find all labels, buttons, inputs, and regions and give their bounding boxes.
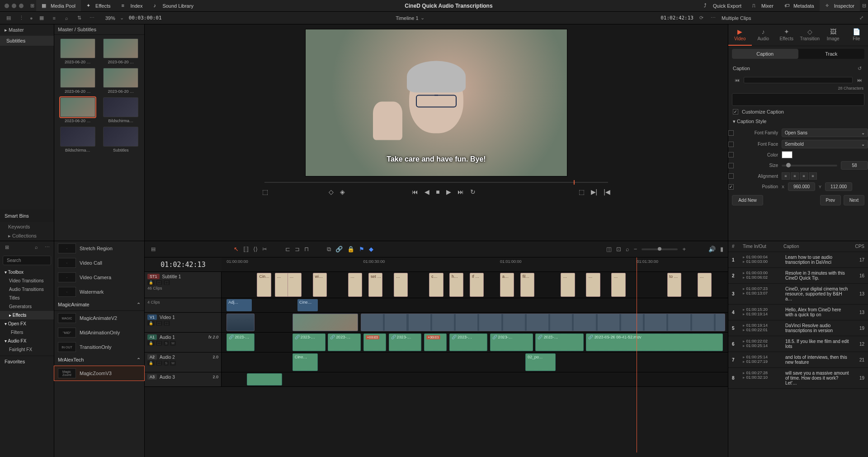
caption-row[interactable]: 301:00:07:2301:00:13:07CineD, your digit… (728, 284, 868, 305)
inspector-tab-video[interactable]: ▶Video (728, 24, 752, 46)
search-icon[interactable]: ⌕ (32, 243, 40, 251)
fx-item[interactable]: ·Video Camera (54, 270, 144, 285)
fx-group-mralextech[interactable]: MrAlexTech⌃ (54, 354, 144, 366)
list-view-icon[interactable]: ≡ (50, 14, 58, 22)
audio-clip[interactable]: +00:03 (424, 333, 447, 351)
size-slider[interactable] (782, 165, 837, 167)
fx-item[interactable]: MAGICMagicAnimateV2 (54, 311, 144, 325)
inspector-tab-file[interactable]: 📄File (845, 24, 868, 46)
marker-icon[interactable]: ◆ (369, 246, 373, 252)
subtitle-clip[interactable]: If … (470, 273, 484, 297)
font-family-select[interactable]: Open Sans ⌄ (782, 129, 868, 137)
fx-item[interactable]: ·Video Call (54, 256, 144, 270)
fx-group[interactable]: Titles (0, 294, 54, 302)
tab-metadata[interactable]: 🏷Metadata (779, 0, 820, 11)
audio-clip[interactable]: 🔗2023-… (535, 333, 583, 351)
next-caption-icon[interactable]: ⏭ (855, 76, 863, 84)
zoom-out-icon[interactable]: − (634, 246, 637, 252)
caption-row[interactable]: 701:00:25:1401:00:27:19and lots of inter… (728, 352, 868, 368)
audio-clip[interactable]: 🔗2023-… (449, 333, 487, 351)
more-icon[interactable]: ⋯ (709, 14, 717, 22)
subtitle-clip[interactable]: … (348, 273, 362, 297)
audio-clip[interactable]: +00:03 (363, 333, 386, 351)
audio-clip[interactable]: 🔗2023-… (490, 333, 533, 351)
subtitle-clip[interactable]: … (394, 273, 408, 297)
tab-inspector[interactable]: ✧Inspector (820, 0, 860, 11)
smart-bins-header[interactable]: Smart Bins (0, 209, 54, 222)
playhead[interactable] (637, 257, 637, 452)
sort-icon[interactable]: ⇅ (75, 14, 84, 22)
track-group-lane[interactable]: Adj… Cine… (222, 298, 728, 312)
media-thumb[interactable]: Subtitles (101, 127, 141, 152)
tab-media-pool[interactable]: ▦Media Pool (36, 0, 81, 11)
zoom-detail-icon[interactable]: ⊡ (616, 246, 621, 252)
subtitle-clip[interactable]: a… (500, 273, 514, 297)
divider-icon[interactable]: ⋮ (17, 14, 25, 22)
subtitle-clip[interactable]: … (561, 273, 575, 297)
tab-mixer[interactable]: ⎍Mixer (747, 0, 779, 11)
fx-group[interactable]: Video Transitions (0, 276, 54, 285)
zoom-level[interactable]: 39% (105, 15, 115, 21)
more-icon[interactable]: ⋯ (43, 243, 51, 251)
lock-icon[interactable]: 🔒 (347, 246, 354, 252)
fx-group[interactable]: Generators (0, 302, 54, 311)
smart-bin-keywords[interactable]: Keywords (0, 222, 54, 231)
tab-sound-library[interactable]: ♪Sound Library (148, 0, 199, 11)
zoom-custom-icon[interactable]: ⌕ (626, 246, 629, 252)
media-thumb[interactable]: 2023-06-20 … (58, 38, 98, 64)
track-v1-lane[interactable] (222, 313, 728, 332)
next-button[interactable]: Next (844, 195, 864, 205)
insert-icon[interactable]: ⊏ (285, 246, 290, 252)
in-out-icon[interactable]: ⬚ (579, 188, 585, 195)
add-new-button[interactable]: Add New (732, 195, 763, 205)
media-thumb[interactable]: 2023-06-20 … (58, 68, 98, 94)
fx-group[interactable]: ▸ Effects (0, 311, 54, 319)
font-face-select[interactable]: Semibold ⌄ (782, 140, 868, 148)
prev-edit-icon[interactable]: |◀ (604, 188, 610, 195)
prev-button[interactable]: Prev (820, 195, 841, 205)
chevron-down-icon[interactable]: ⌄ (118, 14, 126, 22)
media-thumb[interactable]: Bildschirma… (58, 127, 98, 152)
pos-x-input[interactable]: 960.000 (788, 182, 815, 191)
blade-tool-icon[interactable]: ✂ (262, 246, 267, 252)
snap-icon[interactable]: ⧉ (327, 246, 331, 253)
timeline-view-icon[interactable]: ▤ (149, 245, 157, 253)
search-icon[interactable]: ⌕ (63, 14, 71, 22)
inspector-tab-effects[interactable]: ✦Effects (775, 24, 798, 46)
subtitle-clip[interactable]: … (275, 273, 289, 297)
track-st1-lane[interactable]: Cin………wi……set ……c…h…If …a…fil…………to …… (222, 272, 728, 298)
caption-row[interactable]: 401:00:15:2001:00:19:14Hello, Alex from … (728, 305, 868, 320)
fx-item[interactable]: ·Stretch Region (54, 241, 144, 256)
overwrite-icon[interactable]: ⊐ (295, 246, 300, 252)
track-header-a3[interactable]: A3Audio 32.0 (145, 372, 222, 386)
dynamic-trim-icon[interactable]: ⟨⟩ (253, 246, 258, 252)
program-monitor[interactable]: Take care and have fun. Bye! (305, 29, 567, 176)
pos-y-input[interactable]: 112.000 (825, 182, 852, 191)
caption-style-header[interactable]: ▾ Caption Style (733, 119, 767, 124)
breadcrumb[interactable]: Master / Subtitles (54, 24, 144, 35)
bin-view-icon[interactable]: ▤ (5, 14, 13, 22)
audio-clip[interactable]: 🔗2023-… (389, 333, 422, 351)
meter-icon[interactable]: ▮ (720, 246, 723, 252)
replace-icon[interactable]: ⊓ (304, 246, 309, 252)
first-frame-icon[interactable]: ⏮ (412, 188, 418, 195)
track-header-st1[interactable]: ST1Subtitle 1 🔒⬚⬚ 46 Clips (145, 272, 222, 298)
tab-quick-export[interactable]: ⤴Quick Export (698, 0, 747, 11)
smart-bin-collections[interactable]: ▸ Collections (0, 231, 54, 241)
zoom-slider[interactable] (642, 248, 678, 250)
subtitle-clip[interactable]: … (698, 273, 712, 297)
next-edit-icon[interactable]: ▶| (591, 188, 598, 195)
fx-group[interactable]: Fairlight FX (0, 345, 54, 354)
subtitle-clip[interactable]: wi… (313, 273, 327, 297)
subtitle-clip[interactable]: h… (449, 273, 463, 297)
step-fwd-icon[interactable]: ⏭ (458, 188, 464, 195)
subtitle-clip[interactable]: … (288, 273, 302, 297)
effects-search[interactable]: Search (3, 256, 51, 265)
track-header-a1[interactable]: A1Audio 1fx 2.0 🔒⬚SM (145, 333, 222, 352)
audio-clip[interactable]: 🔗2023-05-26 08-41-52.mov (586, 333, 722, 351)
audio-clip[interactable]: 🔗2023-… (226, 333, 255, 351)
marker-nav-icon[interactable]: ◈ (340, 188, 345, 195)
match-frame-icon[interactable]: ⬚ (262, 188, 268, 195)
bin-subtitles[interactable]: Subtitles (0, 36, 54, 46)
expand-icon[interactable]: ⤢ (857, 14, 865, 22)
